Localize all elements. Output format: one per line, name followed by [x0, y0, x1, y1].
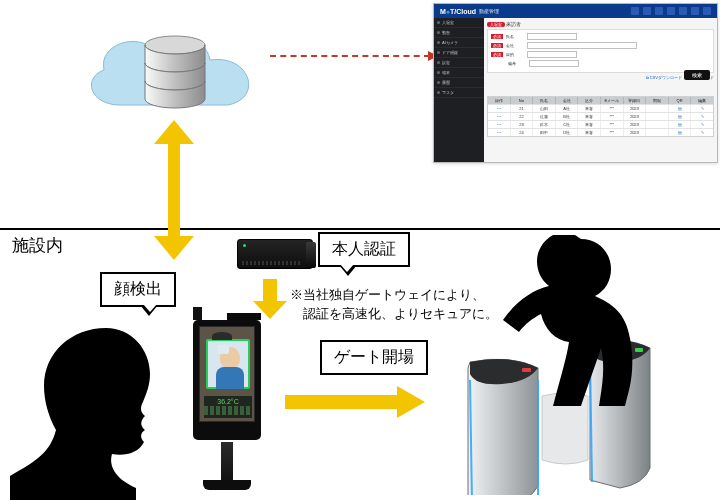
form-row: 備考: [491, 60, 710, 67]
header-icon[interactable]: [703, 7, 711, 15]
table-cell: 佐藤: [533, 113, 556, 120]
table-cell: 山田: [533, 105, 556, 112]
motcloud-form: 必須氏名必須会社必須目的備考: [487, 29, 714, 73]
form-label: 氏名: [506, 34, 524, 39]
table-row: ⋯21山田A社来客***2023▤✎: [488, 104, 713, 112]
table-cell: ***: [601, 121, 624, 128]
motcloud-links: ⧉ CSVダウンロード⧉ ダウンロード: [487, 75, 714, 80]
table-cell: D社: [556, 129, 579, 136]
motcloud-sidebar: 入退室勤怠AIカメラドア開錠設定端末履歴マスタ: [434, 18, 484, 162]
arrow-right-icon: [285, 386, 425, 418]
sidebar-item[interactable]: 入退室: [434, 18, 484, 28]
table-header-cell: Eメール: [601, 97, 624, 104]
table-cell: [646, 129, 669, 136]
header-icon[interactable]: [679, 7, 687, 15]
form-row: 必須会社: [491, 42, 710, 49]
table-head: 操作No氏名会社区分Eメール登録日期限QR編集: [488, 97, 713, 104]
required-badge: 必須: [491, 43, 503, 48]
row-action[interactable]: ⋯: [497, 106, 501, 111]
search-button[interactable]: 検索: [684, 70, 710, 80]
table-row: ⋯22佐藤B社来客***2023▤✎: [488, 112, 713, 120]
table-cell: 来客: [578, 121, 601, 128]
table-header-cell: 期限: [646, 97, 669, 104]
person-right-silhouette-icon: [495, 235, 655, 415]
table-cell: 来客: [578, 105, 601, 112]
table-cell: ⋯: [488, 129, 511, 136]
text-input[interactable]: [527, 42, 637, 49]
table-cell: [646, 105, 669, 112]
table-cell: C社: [556, 121, 579, 128]
required-badge: 必須: [491, 52, 503, 57]
table-cell: 21: [511, 105, 534, 112]
row-action[interactable]: ⋯: [497, 130, 501, 135]
motcloud-main: 入退室 来訪者 必須氏名必須会社必須目的備考 検索 ⧉ CSVダウンロード⧉ ダ…: [484, 18, 717, 162]
table-header-cell: 会社: [556, 97, 579, 104]
motcloud-table: 操作No氏名会社区分Eメール登録日期限QR編集 ⋯21山田A社来客***2023…: [487, 96, 714, 137]
row-action[interactable]: ⋯: [497, 122, 501, 127]
text-input[interactable]: [529, 60, 579, 67]
sidebar-item[interactable]: 端末: [434, 68, 484, 78]
table-cell: B社: [556, 113, 579, 120]
motcloud-subtitle: 動産管理: [479, 8, 499, 14]
kiosk-temperature: 36.2°C: [204, 396, 252, 405]
sidebar-item[interactable]: 履歴: [434, 78, 484, 88]
sidebar-item[interactable]: 設定: [434, 58, 484, 68]
table-cell: 2023: [624, 121, 647, 128]
table-cell: ***: [601, 105, 624, 112]
gate-open-label: ゲート開場: [320, 340, 428, 375]
table-header-cell: No: [511, 97, 534, 104]
text-input[interactable]: [527, 51, 577, 58]
form-label: 会社: [506, 43, 524, 48]
crumb-text: 来訪者: [506, 21, 521, 27]
table-cell: 鈴木: [533, 121, 556, 128]
table-header-cell: 操作: [488, 97, 511, 104]
form-row: 必須氏名: [491, 33, 710, 40]
svg-marker-3: [285, 386, 425, 418]
face-kiosk-icon: 36.2°C: [185, 320, 265, 490]
table-cell: ***: [601, 129, 624, 136]
header-icon[interactable]: [631, 7, 639, 15]
header-icon[interactable]: [691, 7, 699, 15]
form-label: 備考: [508, 61, 526, 66]
header-icon[interactable]: [667, 7, 675, 15]
motcloud-screenshot: M●T/Cloud 動産管理 入退室勤怠AIカメラドア開錠設定端末履歴マスタ 入…: [433, 3, 718, 163]
person-left-silhouette-icon: [10, 320, 185, 500]
table-cell: ✎: [691, 121, 713, 128]
motcloud-logo: M●T/Cloud: [440, 8, 476, 15]
motcloud-header: M●T/Cloud 動産管理: [434, 4, 717, 18]
motcloud-header-icons: [631, 7, 711, 15]
sidebar-item[interactable]: 勤怠: [434, 28, 484, 38]
required-badge: 必須: [491, 34, 503, 39]
header-icon[interactable]: [655, 7, 663, 15]
table-row: ⋯23鈴木C社来客***2023▤✎: [488, 120, 713, 128]
svg-marker-1: [154, 120, 194, 260]
table-cell: 24: [511, 129, 534, 136]
table-cell: 22: [511, 113, 534, 120]
form-label: 目的: [506, 52, 524, 57]
table-header-cell: QR: [669, 97, 692, 104]
edit-link[interactable]: ✎: [701, 130, 704, 135]
download-link[interactable]: ⧉ CSVダウンロード: [646, 75, 682, 80]
row-action[interactable]: ⋯: [497, 114, 501, 119]
table-cell: 来客: [578, 113, 601, 120]
sidebar-item[interactable]: マスタ: [434, 88, 484, 98]
sidebar-item[interactable]: AIカメラ: [434, 38, 484, 48]
qr-link[interactable]: ▤: [678, 114, 682, 119]
qr-link[interactable]: ▤: [678, 130, 682, 135]
table-header-cell: 登録日: [624, 97, 647, 104]
table-row: ⋯24田中D社来客***2023▤✎: [488, 128, 713, 136]
table-body: ⋯21山田A社来客***2023▤✎⋯22佐藤B社来客***2023▤✎⋯23鈴…: [488, 104, 713, 136]
table-header-cell: 氏名: [533, 97, 556, 104]
table-cell: ▤: [669, 105, 692, 112]
edit-link[interactable]: ✎: [701, 114, 704, 119]
edit-link[interactable]: ✎: [701, 122, 704, 127]
gateway-note-line1: ※当社独自ゲートウェイにより、: [290, 286, 498, 305]
sidebar-item[interactable]: ドア開錠: [434, 48, 484, 58]
header-icon[interactable]: [643, 7, 651, 15]
qr-link[interactable]: ▤: [678, 106, 682, 111]
qr-link[interactable]: ▤: [678, 122, 682, 127]
edit-link[interactable]: ✎: [701, 106, 704, 111]
table-cell: ✎: [691, 129, 713, 136]
text-input[interactable]: [527, 33, 577, 40]
table-cell: 23: [511, 121, 534, 128]
